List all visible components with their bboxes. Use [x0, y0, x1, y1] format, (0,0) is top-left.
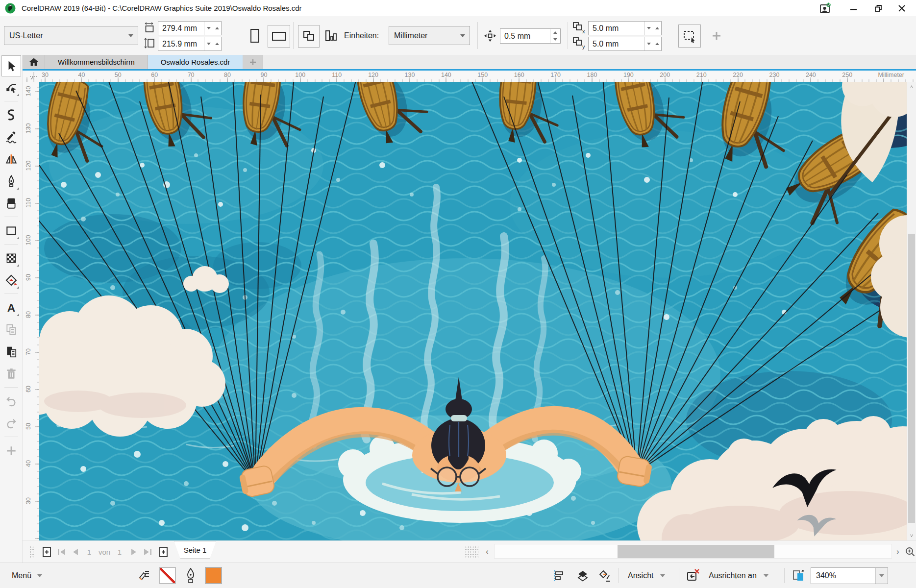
fill-color-swatch[interactable] [205, 567, 222, 584]
add-tool [1, 440, 21, 462]
ruler-tick-label: 80 [224, 72, 231, 78]
last-page-button[interactable] [141, 541, 154, 563]
ruler-tick-label: 210 [696, 72, 707, 78]
landscape-orientation-button[interactable] [268, 25, 290, 48]
vertical-scrollbar[interactable]: ˄ ˅ [907, 82, 916, 540]
increment-button[interactable] [213, 37, 221, 50]
menu-dropdown[interactable]: Menü [12, 563, 42, 588]
units-label: Einheiten: [344, 16, 379, 55]
fill-properties-button[interactable] [599, 563, 612, 588]
curve-tool[interactable] [1, 104, 21, 126]
duplicate-distance-y-field[interactable]: 5.0 mm [588, 37, 662, 51]
separator [784, 568, 785, 583]
first-page-button[interactable] [55, 541, 68, 563]
page-width-field[interactable]: 279.4 mm [158, 21, 222, 35]
tab-willkommensbildschirm[interactable]: Willkommensbildschirm [45, 55, 148, 69]
ruler-tick-label: 220 [733, 72, 743, 78]
pages-icon [302, 30, 315, 43]
tab-oswaldo-rosales[interactable]: Oswaldo Rosales.cdr [148, 55, 243, 69]
decrement-button[interactable] [204, 37, 213, 50]
docker-grip[interactable] [29, 546, 34, 558]
vertical-ruler[interactable]: 14013012011010090807060504030 [23, 82, 40, 540]
ruler-ticks [35, 82, 39, 540]
add-page-before-button[interactable] [39, 541, 54, 563]
paste-tool[interactable] [1, 341, 21, 363]
snap-off-indicator[interactable] [686, 563, 700, 588]
scroll-down-arrow[interactable]: ˅ [907, 532, 916, 539]
customize-property-bar-button[interactable] [710, 29, 723, 43]
pick-tool[interactable] [1, 55, 21, 76]
next-page-button[interactable] [127, 541, 140, 563]
transparency-tool[interactable] [1, 247, 21, 269]
decrement-button[interactable] [644, 37, 653, 50]
nudge-distance-value: 0.5 mm [500, 29, 550, 43]
document-color-settings-button[interactable] [138, 563, 150, 588]
vertical-scrollbar-thumb[interactable] [908, 234, 915, 523]
scroll-left-arrow[interactable]: ‹ [482, 541, 492, 563]
user-account-button[interactable] [814, 0, 837, 16]
user-icon [819, 2, 831, 14]
close-button[interactable] [891, 0, 913, 16]
portrait-orientation-button[interactable] [246, 25, 264, 47]
chevron-down-icon[interactable] [875, 568, 888, 584]
pen-tool[interactable] [1, 170, 21, 192]
ruler-tick-label: 230 [769, 72, 780, 78]
horizontal-scrollbar-thumb[interactable] [618, 545, 774, 558]
titlebar: CorelDRAW 2019 (64-Bit) - C:\CorelDRAW G… [0, 0, 916, 16]
view-dropdown[interactable]: Ansicht [628, 563, 665, 588]
shape-tool[interactable] [1, 76, 21, 98]
increment-button[interactable] [550, 29, 560, 36]
eraser-tool[interactable] [1, 192, 21, 214]
add-page-after-button[interactable] [156, 541, 171, 563]
scroll-up-arrow[interactable]: ˄ [907, 83, 916, 91]
restore-button[interactable] [867, 0, 890, 16]
copy-tool [1, 318, 21, 341]
current-page-settings-button[interactable] [298, 25, 320, 48]
duplicate-x-value: 5.0 mm [589, 22, 644, 35]
ruler-tick-label: 240 [806, 72, 816, 78]
new-document-tab-button[interactable] [243, 55, 263, 69]
page-tab-seite-1[interactable]: Seite 1 [174, 541, 216, 559]
units-dropdown[interactable]: Millimeter [389, 26, 470, 45]
decrement-button[interactable] [644, 22, 653, 35]
drawing-canvas[interactable] [39, 82, 907, 540]
align-distribute-button[interactable] [552, 563, 565, 588]
ruler-tick-label: 100 [25, 234, 32, 246]
rectangle-tool[interactable] [1, 220, 21, 242]
minimize-icon [850, 4, 858, 12]
page-height-field[interactable]: 215.9 mm [158, 37, 222, 51]
snap-off-icon [686, 568, 700, 583]
outline-color-swatch-none[interactable] [159, 567, 176, 584]
artwork-swimmer-illustration [39, 82, 907, 540]
snap-to-dropdown[interactable]: Ausrichten an [709, 563, 768, 588]
object-manager-button[interactable] [576, 563, 589, 588]
fill-tool[interactable] [1, 269, 21, 291]
ruler-tick-label: 120 [368, 72, 378, 78]
increment-button[interactable] [213, 22, 221, 35]
ruler-tick-label: 50 [115, 72, 122, 78]
minimize-button[interactable] [842, 0, 865, 16]
duplicate-y-value: 5.0 mm [589, 37, 644, 50]
decrement-button[interactable] [550, 36, 560, 44]
outline-pen-indicator[interactable] [185, 563, 196, 588]
scrollbar-splitter-grip[interactable] [465, 546, 478, 558]
scroll-right-arrow[interactable]: › [893, 541, 903, 563]
nudge-distance-field[interactable]: 0.5 mm [500, 28, 561, 44]
increment-button[interactable] [653, 37, 661, 50]
treat-as-filled-button[interactable] [678, 24, 701, 48]
duplicate-distance-x-field[interactable]: 5.0 mm [588, 21, 662, 35]
welcome-home-tab[interactable] [23, 55, 45, 69]
text-tool[interactable]: A [1, 296, 21, 318]
increment-button[interactable] [653, 22, 661, 35]
all-pages-settings-button[interactable] [321, 25, 341, 47]
knife-tool[interactable] [1, 148, 21, 170]
horizontal-ruler[interactable]: Millimeter 30405060708090100110120130140… [23, 71, 916, 82]
page-size-preset-dropdown[interactable]: US-Letter [4, 26, 138, 45]
decrement-button[interactable] [204, 22, 213, 35]
document-navigator-button[interactable] [904, 541, 916, 563]
zoom-level-combo[interactable]: 340% [811, 567, 888, 584]
zoom-tool-indicator[interactable] [792, 563, 806, 588]
previous-page-button[interactable] [69, 541, 81, 563]
status-bar: Menü [0, 563, 916, 588]
artistic-media-tool[interactable] [1, 126, 21, 148]
